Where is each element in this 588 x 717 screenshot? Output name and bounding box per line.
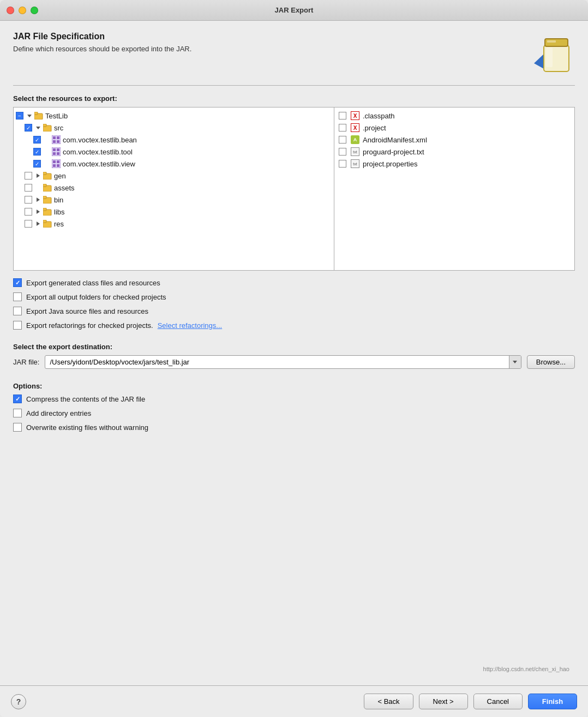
row-export-output: Export all output folders for checked pr… — [13, 292, 575, 301]
checkbox-res[interactable] — [25, 220, 32, 228]
icon-projectprops: txt — [351, 159, 359, 168]
right-item-androidmanifest[interactable]: A AndroidManifest.xml — [334, 134, 574, 146]
toggle-view — [43, 160, 51, 168]
row-export-java: Export Java source files and resources — [13, 307, 575, 315]
tree-right: X .classpath X .project A AndroidManifes… — [334, 107, 574, 270]
options-label: Options: — [13, 382, 575, 390]
cancel-button[interactable]: Cancel — [473, 694, 523, 709]
label-libs: libs — [54, 208, 65, 216]
jar-export-window: JAR Export JAR File Specification Define… — [0, 0, 588, 717]
svg-rect-6 — [34, 112, 38, 115]
toggle-testlib[interactable] — [26, 112, 33, 120]
checkbox-directory[interactable] — [13, 409, 22, 417]
label-directory: Add directory entries — [26, 409, 91, 417]
browse-button[interactable]: Browse... — [527, 355, 575, 369]
checkbox-classpath[interactable] — [339, 112, 346, 120]
checkbox-compress[interactable] — [13, 395, 22, 403]
toggle-res[interactable] — [34, 220, 42, 228]
checkbox-export-class[interactable] — [13, 278, 22, 287]
tree-item-src[interactable]: ✓ src — [14, 122, 334, 134]
finish-button[interactable]: Finish — [528, 694, 577, 709]
next-button[interactable]: Next > — [419, 694, 468, 709]
label-gen: gen — [54, 172, 66, 180]
icon-tool — [52, 147, 61, 156]
icon-proguard: txt — [351, 147, 359, 156]
checkbox-export-output[interactable] — [13, 292, 22, 301]
footer-left: ? — [11, 694, 26, 709]
page-description: Define which resources should be exporte… — [13, 45, 191, 53]
icon-assets — [43, 183, 52, 192]
back-button[interactable]: < Back — [364, 694, 413, 709]
icon-project: X — [351, 123, 359, 132]
tree-item-gen[interactable]: gen — [14, 170, 334, 182]
checkbox-export-java[interactable] — [13, 307, 22, 315]
minimize-button[interactable] — [19, 7, 26, 14]
checkbox-assets[interactable] — [25, 184, 32, 192]
row-directory: Add directory entries — [13, 409, 575, 417]
checkbox-overwrite[interactable] — [13, 423, 22, 432]
right-item-proguard[interactable]: txt proguard-project.txt — [334, 146, 574, 158]
titlebar: JAR Export — [0, 0, 588, 21]
checkbox-bean[interactable]: ✓ — [33, 136, 41, 144]
destination-label: Select the export destination: — [13, 343, 575, 351]
checkbox-proguard[interactable] — [339, 148, 346, 156]
checkbox-project[interactable] — [339, 124, 346, 132]
svg-rect-31 — [43, 208, 46, 211]
checkbox-bin[interactable] — [25, 196, 32, 204]
close-button[interactable] — [7, 7, 14, 14]
icon-libs — [43, 207, 52, 216]
tree-item-assets[interactable]: assets — [14, 182, 334, 194]
right-item-projectprops[interactable]: txt project.properties — [334, 158, 574, 170]
tree-item-libs[interactable]: libs — [14, 206, 334, 218]
tree-item-bin[interactable]: bin — [14, 194, 334, 206]
label-projectprops: project.properties — [363, 160, 417, 168]
svg-rect-17 — [53, 152, 56, 155]
svg-rect-13 — [57, 140, 59, 143]
right-item-project[interactable]: X .project — [334, 122, 574, 134]
options-section: Options: Compress the contents of the JA… — [13, 382, 575, 437]
maximize-button[interactable] — [31, 7, 38, 14]
icon-res — [43, 219, 52, 228]
label-project: .project — [363, 124, 386, 132]
label-compress: Compress the contents of the JAR file — [26, 395, 145, 403]
right-item-classpath[interactable]: X .classpath — [334, 110, 574, 122]
svg-rect-2 — [546, 47, 553, 67]
select-refactorings-link[interactable]: Select refactorings... — [158, 321, 223, 330]
checkbox-libs[interactable] — [25, 208, 32, 216]
checkbox-tool[interactable]: ✓ — [33, 148, 41, 156]
label-classpath: .classpath — [363, 112, 395, 120]
tree-item-tool[interactable]: ✓ com.voctex.testlib.tool — [14, 146, 334, 158]
checkbox-gen[interactable] — [25, 172, 32, 180]
tree-item-testlib[interactable]: − TestLib — [14, 110, 334, 122]
label-testlib: TestLib — [45, 112, 68, 120]
label-tool: com.voctex.testlib.tool — [63, 148, 133, 156]
row-compress: Compress the contents of the JAR file — [13, 395, 575, 403]
icon-bin — [43, 195, 52, 204]
toggle-assets — [34, 184, 42, 192]
toggle-src[interactable] — [34, 124, 42, 132]
help-button[interactable]: ? — [11, 694, 26, 709]
tree-item-bean[interactable]: ✓ com.voctex.testlib.bean — [14, 134, 334, 146]
toggle-libs[interactable] — [34, 208, 42, 216]
tree-left[interactable]: − TestLib ✓ src — [14, 107, 334, 270]
jar-file-input[interactable] — [45, 356, 508, 368]
svg-rect-23 — [57, 164, 59, 167]
toggle-bean — [43, 136, 51, 144]
checkbox-projectprops[interactable] — [339, 160, 346, 168]
toggle-bin[interactable] — [34, 196, 42, 204]
tree-item-res[interactable]: res — [14, 218, 334, 230]
checkbox-view[interactable]: ✓ — [33, 160, 41, 168]
svg-rect-11 — [57, 136, 59, 139]
svg-rect-16 — [57, 148, 59, 151]
toggle-gen[interactable] — [34, 172, 42, 180]
header-divider — [13, 85, 575, 86]
checkbox-testlib[interactable]: − — [16, 112, 23, 120]
svg-rect-22 — [53, 164, 56, 167]
jar-file-dropdown[interactable] — [509, 356, 521, 368]
checkbox-androidmanifest[interactable] — [339, 136, 346, 144]
tree-item-view[interactable]: ✓ com.voctex.testlib.view — [14, 158, 334, 170]
checkbox-export-refactor[interactable] — [13, 321, 22, 330]
label-export-class: Export generated class files and resourc… — [26, 279, 160, 287]
row-export-refactor: Export refactorings for checked projects… — [13, 321, 575, 330]
checkbox-src[interactable]: ✓ — [25, 124, 32, 132]
